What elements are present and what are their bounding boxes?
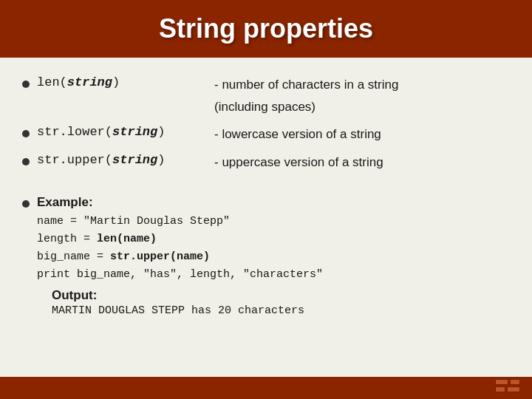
code-line-1: name = "Martin Douglas Stepp" bbox=[37, 213, 510, 231]
output-code: MARTIN DOUGLAS STEPP has 20 characters bbox=[52, 304, 510, 317]
example-row: Example: name = "Martin Douglas Stepp" l… bbox=[22, 195, 510, 317]
bullet-upper-row: str.upper(string) - uppercase version of… bbox=[22, 153, 510, 172]
bullet-upper-content: str.upper(string) - uppercase version of… bbox=[37, 153, 510, 172]
slide-title: String properties bbox=[22, 13, 510, 44]
brick-decoration bbox=[495, 379, 525, 398]
code-bold-len: len(name) bbox=[97, 233, 157, 245]
bullet-dot-lower bbox=[22, 130, 30, 137]
brick-4 bbox=[507, 386, 520, 392]
bullet-len-row: len(string) - number of characters in a … bbox=[22, 75, 510, 95]
output-section: Output: MARTIN DOUGLAS STEPP has 20 char… bbox=[52, 288, 510, 317]
example-code-block: name = "Martin Douglas Stepp" length = l… bbox=[37, 213, 510, 284]
len-spacer bbox=[37, 98, 200, 117]
section-divider bbox=[22, 180, 510, 186]
desc-upper: - uppercase version of a string bbox=[214, 153, 383, 172]
example-title: Example: bbox=[37, 195, 510, 210]
bullet-dot-len bbox=[22, 81, 30, 88]
brick-1 bbox=[495, 379, 508, 385]
code-line-3: big_name = str.upper(name) bbox=[37, 248, 510, 266]
brick-row-1 bbox=[495, 379, 525, 385]
slide-header: String properties bbox=[0, 0, 532, 58]
code-lower: str.lower(string) bbox=[37, 125, 200, 139]
bottom-bar bbox=[0, 377, 532, 399]
output-title: Output: bbox=[52, 288, 510, 303]
brick-3 bbox=[495, 386, 505, 392]
brick-2 bbox=[510, 379, 520, 385]
slide: String properties len(string) - number o… bbox=[0, 0, 532, 399]
code-line-4: print big_name, "has", length, "characte… bbox=[37, 266, 510, 284]
bullet-dot-example bbox=[22, 200, 30, 208]
code-len: len(string) bbox=[37, 75, 200, 89]
bullet-lower-row: str.lower(string) - lowercase version of… bbox=[22, 125, 510, 144]
bullet-dot-upper bbox=[22, 158, 30, 166]
brick-row-2 bbox=[495, 386, 525, 392]
bullet-lower-content: str.lower(string) - lowercase version of… bbox=[37, 125, 510, 144]
code-bold-upper: str.upper(name) bbox=[110, 250, 210, 263]
bullet-len-content: len(string) - number of characters in a … bbox=[37, 75, 510, 95]
len-indent-row: (including spaces) bbox=[37, 98, 510, 117]
example-content: Example: name = "Martin Douglas Stepp" l… bbox=[37, 195, 510, 317]
desc-len-line2: (including spaces) bbox=[214, 98, 316, 117]
desc-len-line1: - number of characters in a string bbox=[214, 75, 398, 95]
desc-lower: - lowercase version of a string bbox=[214, 125, 381, 144]
code-line-2: length = len(name) bbox=[37, 231, 510, 248]
bullet-len-section: len(string) - number of characters in a … bbox=[22, 75, 510, 116]
code-upper: str.upper(string) bbox=[37, 153, 200, 167]
slide-content: len(string) - number of characters in a … bbox=[0, 58, 532, 377]
